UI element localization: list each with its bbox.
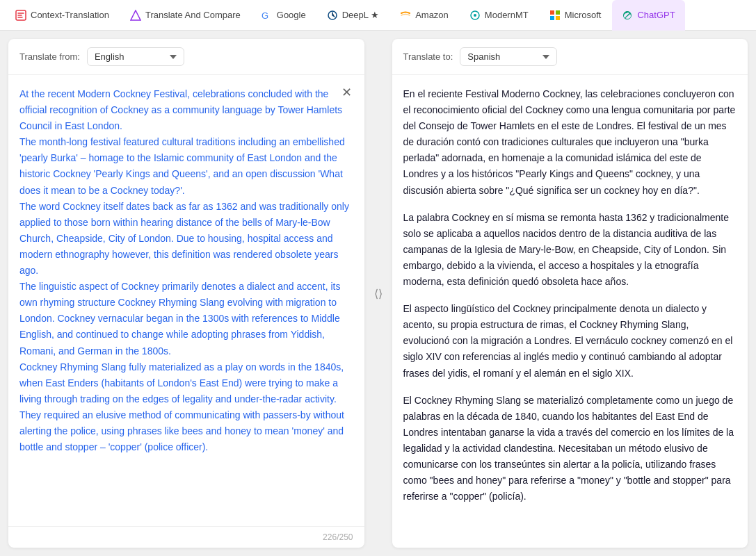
amazon-icon xyxy=(400,10,411,21)
google-icon: G xyxy=(262,10,273,21)
source-paragraph-2: The word Cockney itself dates back as fa… xyxy=(19,199,353,279)
source-lang-select[interactable]: EnglishFrenchGermanSpanishItalianPortugu… xyxy=(87,47,184,66)
source-panel: Translate from: EnglishFrenchGermanSpani… xyxy=(8,39,364,548)
source-paragraph-1: The month-long festival featured cultura… xyxy=(19,134,353,198)
tab-bar: Context-TranslationTranslate And Compare… xyxy=(0,0,756,31)
translate-compare-icon xyxy=(130,10,141,21)
target-lang-select[interactable]: SpanishFrenchGermanEnglishItalianPortugu… xyxy=(460,47,557,66)
amazon-label: Amazon xyxy=(415,10,449,20)
translated-paragraph-3: El Cockney Rhyming Slang se materializó … xyxy=(403,393,737,505)
swap-icon: ⟨⟩ xyxy=(374,287,383,300)
source-panel-header: Translate from: EnglishFrenchGermanSpani… xyxy=(8,39,364,75)
source-lang-label: Translate from: xyxy=(19,51,80,62)
source-paragraph-0: At the recent Modern Cockney Festival, c… xyxy=(19,86,353,134)
target-panel-header: Translate to: SpanishFrenchGermanEnglish… xyxy=(392,39,748,75)
context-translation-icon xyxy=(15,10,26,21)
svg-rect-6 xyxy=(550,10,554,15)
clear-text-button[interactable]: ✕ xyxy=(339,85,355,100)
source-paragraph-3: The linguistic aspect of Cockney primari… xyxy=(19,279,353,359)
source-panel-body[interactable]: ✕ At the recent Modern Cockney Festival,… xyxy=(8,75,364,526)
svg-rect-7 xyxy=(556,10,560,15)
google-label: Google xyxy=(277,10,306,20)
chatgpt-icon xyxy=(622,10,633,21)
tab-amazon[interactable]: Amazon xyxy=(390,0,458,31)
context-translation-label: Context-Translation xyxy=(31,10,109,20)
target-panel-body: En el reciente Festival Moderno Cockney,… xyxy=(392,75,748,548)
chatgpt-label: ChatGPT xyxy=(637,10,675,20)
target-panel: Translate to: SpanishFrenchGermanEnglish… xyxy=(392,39,748,548)
tab-context-translation[interactable]: Context-Translation xyxy=(6,0,119,31)
swap-languages-button[interactable]: ⟨⟩ xyxy=(364,39,392,548)
tab-google[interactable]: GGoogle xyxy=(252,0,316,31)
microsoft-label: Microsoft xyxy=(565,10,602,20)
translated-paragraph-0: En el reciente Festival Moderno Cockney,… xyxy=(403,86,737,199)
char-count: 226/250 xyxy=(8,526,364,548)
tab-chatgpt[interactable]: ChatGPT xyxy=(612,0,684,31)
tab-deepl[interactable]: DeepL ★ xyxy=(317,0,389,31)
translated-paragraph-1: La palabra Cockney en sí misma se remont… xyxy=(403,210,737,290)
translated-paragraph-2: El aspecto lingüístico del Cockney princ… xyxy=(403,301,737,381)
svg-rect-8 xyxy=(550,16,554,20)
svg-marker-1 xyxy=(131,10,140,20)
tab-modernmt[interactable]: ModernMT xyxy=(460,0,538,31)
translated-text: En el reciente Festival Moderno Cockney,… xyxy=(403,86,737,505)
svg-rect-9 xyxy=(556,16,560,20)
deepl-icon xyxy=(327,10,338,21)
svg-point-5 xyxy=(474,14,476,17)
microsoft-icon xyxy=(549,10,561,21)
svg-text:G: G xyxy=(262,10,268,21)
target-lang-label: Translate to: xyxy=(403,51,453,62)
modernmt-label: ModernMT xyxy=(485,10,529,20)
main-area: Translate from: EnglishFrenchGermanSpani… xyxy=(0,31,756,556)
source-paragraph-4: Cockney Rhyming Slang fully materialized… xyxy=(19,359,353,456)
source-text: At the recent Modern Cockney Festival, c… xyxy=(19,86,353,455)
modernmt-icon xyxy=(469,10,481,21)
translate-compare-label: Translate And Compare xyxy=(145,10,241,20)
tab-translate-compare[interactable]: Translate And Compare xyxy=(120,0,250,31)
tab-microsoft[interactable]: Microsoft xyxy=(540,0,611,31)
deepl-label: DeepL ★ xyxy=(342,10,379,20)
